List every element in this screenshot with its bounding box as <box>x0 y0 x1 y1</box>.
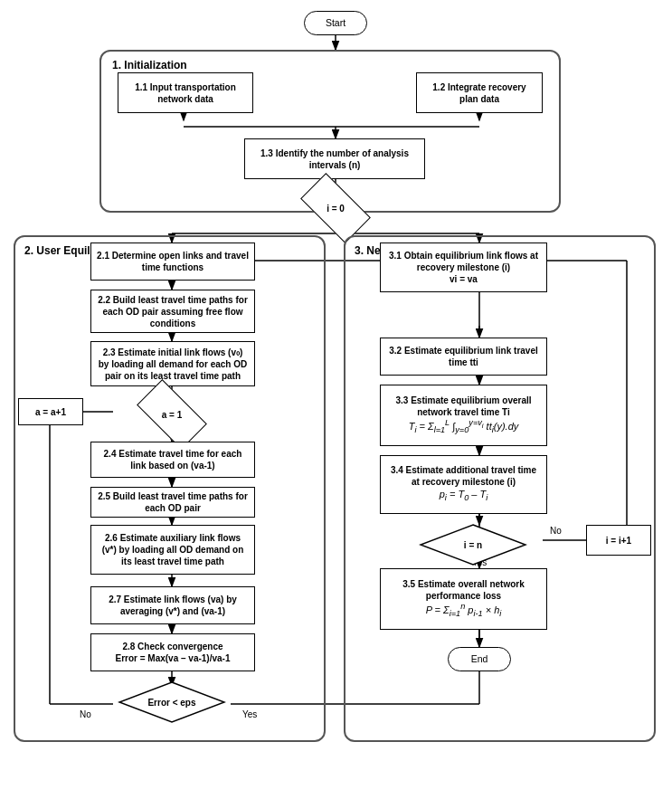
i0-diamond: i = 0 <box>304 190 367 226</box>
node-26: 2.6 Estimate auxiliary link flows (v*) b… <box>90 525 255 575</box>
a-plus1-box: a = a+1 <box>18 398 83 425</box>
node-25: 2.5 Build least travel time paths for ea… <box>90 487 255 518</box>
a1-diamond: a = 1 <box>140 396 203 433</box>
node-33-label: 3.3 Estimate equilibrium overall network… <box>386 395 541 418</box>
in-diamond: i = n <box>419 523 527 566</box>
i-plus1-box: i = i+1 <box>586 525 651 556</box>
start-node: Start <box>304 11 367 35</box>
error-diamond: Error < eps <box>118 680 226 724</box>
error-label: Error < eps <box>118 680 226 724</box>
node-27: 2.7 Estimate link flows (va) by averagin… <box>90 586 255 624</box>
node-35: 3.5 Estimate overall network performance… <box>380 568 547 630</box>
node-33: 3.3 Estimate equilibrium overall network… <box>380 385 547 446</box>
init-label: 1. Initialization <box>112 59 187 71</box>
node-31: 3.1 Obtain equilibrium link flows at rec… <box>380 243 547 292</box>
node-21: 2.1 Determine open links and travel time… <box>90 243 255 281</box>
node-33-math: Ti = Σl=1L ∫y=0y=vi tti(y).dy <box>409 418 519 436</box>
node-34-label: 3.4 Estimate additional travel time at r… <box>386 464 541 488</box>
node-35-label: 3.5 Estimate overall network performance… <box>386 578 541 602</box>
in-label: i = n <box>419 523 527 566</box>
node-24: 2.4 Estimate travel time for each link b… <box>90 442 255 478</box>
node-34: 3.4 Estimate additional travel time at r… <box>380 455 547 514</box>
node-35-math: P = Σi=1n pi-1 × hi <box>426 602 502 620</box>
end-node: End <box>448 647 511 671</box>
node-32: 3.2 Estimate equilibrium link travel tim… <box>380 338 547 376</box>
node-11: 1.1 Input transportation network data <box>118 72 253 113</box>
node-12: 1.2 Integrate recovery plan data <box>416 72 543 113</box>
node-34-math: pi = T0 – Ti <box>440 488 488 504</box>
node-23: 2.3 Estimate initial link flows (v₀) by … <box>90 341 255 386</box>
node-22: 2.2 Build least travel time paths for ea… <box>90 290 255 333</box>
diagram-container: Yes No No Yes Start 1. Initialization 1.… <box>0 0 672 799</box>
node-13: 1.3 Identify the number of analysis inte… <box>244 138 425 179</box>
node-28: 2.8 Check convergence Error = Max(va – v… <box>90 633 255 671</box>
